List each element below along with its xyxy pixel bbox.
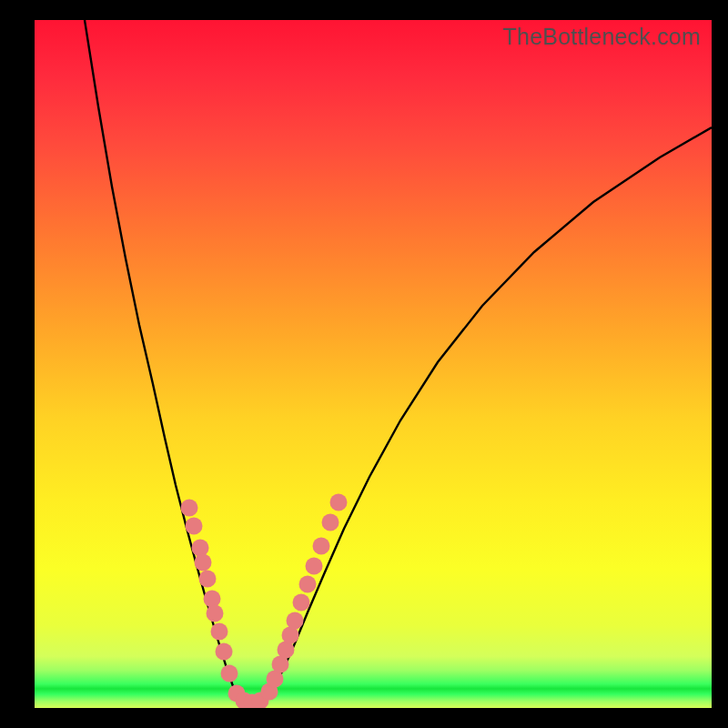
sample-dots <box>181 494 348 709</box>
sample-dot <box>211 623 228 641</box>
curve-path <box>85 20 712 702</box>
sample-dot <box>199 571 217 588</box>
plot-area: TheBottleneck.com <box>35 20 712 708</box>
sample-dot <box>221 665 238 682</box>
sample-dot <box>313 538 330 555</box>
sample-dot <box>204 591 221 608</box>
chart-frame: TheBottleneck.com <box>0 0 728 728</box>
sample-dot <box>207 605 224 622</box>
sample-dot <box>330 494 348 511</box>
sample-dot <box>216 643 233 661</box>
sample-dot <box>306 558 323 575</box>
sample-dot <box>192 540 209 557</box>
sample-dot <box>293 594 310 612</box>
sample-dot <box>322 514 339 531</box>
sample-dot <box>186 518 203 535</box>
bottleneck-curve <box>35 20 712 708</box>
sample-dot <box>195 554 212 571</box>
sample-dot <box>287 612 304 630</box>
sample-dot <box>181 500 198 517</box>
sample-dot <box>299 576 317 593</box>
